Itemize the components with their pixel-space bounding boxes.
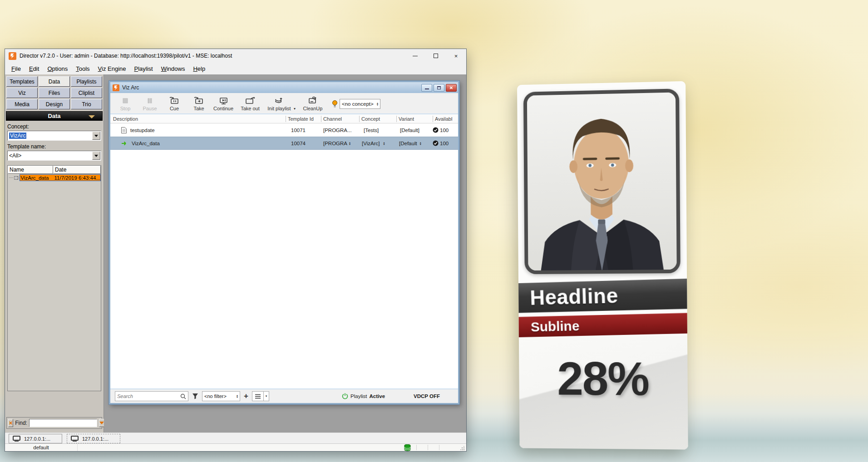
close-button[interactable]: × <box>446 49 466 63</box>
filter-dropdown[interactable]: <no filter> ▴▾ <box>202 391 240 401</box>
find-close-button[interactable]: ✕ <box>8 419 13 427</box>
continue-button[interactable]: Continue <box>211 94 236 113</box>
concept-dropdown-button[interactable] <box>92 132 100 140</box>
take-out-icon <box>245 97 255 105</box>
tab-cliplist[interactable]: Cliplist <box>71 88 102 98</box>
cue-button[interactable]: Cue <box>162 94 187 113</box>
row-available: 100 <box>440 128 449 133</box>
lower-third-bars: Headline Subline <box>517 279 688 337</box>
resize-grip-icon[interactable] <box>460 446 465 451</box>
minimize-icon <box>413 56 418 56</box>
percentage-area: 28% <box>519 335 688 450</box>
database-icon[interactable] <box>404 444 411 451</box>
profile-name[interactable]: default <box>5 444 78 451</box>
minimize-icon <box>425 88 429 89</box>
vizarc-title-bar[interactable]: Viz Arc ✕ <box>110 82 458 93</box>
find-input[interactable] <box>29 419 97 427</box>
viz-logo-icon <box>113 84 119 91</box>
menu-windows[interactable]: Windows <box>158 64 189 74</box>
template-dropdown-button[interactable] <box>92 152 100 160</box>
playlist-empty-area <box>110 150 458 388</box>
take-icon <box>194 97 204 105</box>
menu-viz-engine[interactable]: Viz Engine <box>94 64 130 74</box>
tab-data[interactable]: Data <box>39 76 70 87</box>
column-description[interactable]: Description <box>110 116 286 122</box>
column-channel[interactable]: Channel <box>321 116 359 122</box>
row-description: testupdate <box>130 128 155 133</box>
tab-trio[interactable]: Trio <box>71 99 102 109</box>
list-item[interactable]: VizArc_data 11/7/2019 6:43:44... <box>8 174 101 181</box>
subline-bar: Subline <box>517 313 688 337</box>
column-variant[interactable]: Variant <box>396 116 433 122</box>
stop-icon <box>121 97 129 105</box>
cleanup-icon <box>308 97 318 105</box>
engine-button-2[interactable]: 127.0.0.1:... <box>67 434 120 443</box>
title-bar[interactable]: Director v7.2.0 - User: admin - Database… <box>5 49 466 63</box>
column-concept[interactable]: Concept <box>359 116 396 122</box>
playlist-state[interactable]: Playlist Active <box>342 393 385 399</box>
data-section-header[interactable]: Data <box>6 111 103 121</box>
concept-spinner[interactable]: ▴▾ <box>383 142 385 145</box>
add-filter-button[interactable]: + <box>244 392 248 401</box>
monitor-icon <box>71 436 79 442</box>
menu-tools[interactable]: Tools <box>72 64 93 74</box>
menu-help[interactable]: Help <box>189 64 209 74</box>
template-name-label: Template name: <box>7 143 101 150</box>
init-playlist-dropdown[interactable]: ▾ <box>294 107 298 111</box>
search-box[interactable] <box>115 391 188 401</box>
channel-spinner[interactable]: ▴▾ <box>349 142 350 145</box>
tab-templates[interactable]: Templates <box>6 76 38 87</box>
continue-icon <box>218 97 228 105</box>
column-header-name[interactable]: Name <box>8 166 53 174</box>
stop-button[interactable]: Stop <box>113 94 138 113</box>
filter-funnel-icon[interactable] <box>192 393 198 399</box>
mdi-area: Viz Arc ✕ Stop Pause <box>104 74 466 433</box>
variant-spinner[interactable]: ▴▾ <box>420 142 421 145</box>
maximize-button[interactable] <box>425 49 446 63</box>
tab-files[interactable]: Files <box>39 88 70 98</box>
menu-edit[interactable]: Edit <box>25 64 43 74</box>
available-check-icon <box>433 127 439 133</box>
playlist-row-testupdate[interactable]: testupdate 10071 [PROGRA... [Tests] [Def… <box>110 123 458 137</box>
init-playlist-button[interactable]: Init playlist <box>265 94 294 113</box>
power-icon <box>342 393 348 399</box>
tab-media[interactable]: Media <box>6 99 38 109</box>
list-view-icon <box>255 394 261 399</box>
column-template-id[interactable]: Template Id <box>286 116 321 122</box>
close-icon: × <box>454 53 458 59</box>
take-out-button[interactable]: Take out <box>236 94 265 113</box>
menu-bar: File Edit Options Tools Viz Engine Playl… <box>5 63 466 74</box>
view-mode-button[interactable] <box>252 391 264 401</box>
template-name-combobox[interactable]: <All> <box>7 151 101 161</box>
search-input[interactable] <box>117 393 180 399</box>
column-available[interactable]: Availabl <box>433 116 458 122</box>
concept-combobox[interactable]: VizArc <box>7 131 101 141</box>
playlist-row-vizarc-data[interactable]: VizArc_data 10074 [PROGRA ▴▾ [VizArc] ▴▾… <box>110 137 458 150</box>
menu-file[interactable]: File <box>8 64 25 74</box>
vdcp-status[interactable]: VDCP OFF <box>414 393 440 399</box>
column-header-date[interactable]: Date <box>53 166 101 174</box>
vizarc-restore-button[interactable] <box>434 84 444 92</box>
row-concept: [Tests] <box>359 128 396 133</box>
list-item-date: 11/7/2019 6:43:44... <box>54 175 100 181</box>
minimize-button[interactable] <box>405 49 425 63</box>
concept-filter-dropdown[interactable]: <no concept> ▴▾ <box>340 99 380 109</box>
vizarc-close-button[interactable]: ✕ <box>446 84 457 92</box>
row-channel: [PROGRA <box>323 141 347 146</box>
tab-viz[interactable]: Viz <box>6 88 38 98</box>
engine-bar: 127.0.0.1:... 127.0.0.1:... <box>5 433 466 444</box>
view-mode-dropdown[interactable]: ▾ <box>264 391 269 401</box>
close-icon: ✕ <box>449 85 453 90</box>
restore-icon <box>437 86 441 89</box>
onair-graphic-card: Headline Subline 28% <box>517 81 688 450</box>
tab-design[interactable]: Design <box>39 99 70 109</box>
pause-button[interactable]: Pause <box>138 94 162 113</box>
cleanup-button[interactable]: CleanUp <box>298 94 327 113</box>
tab-playlists[interactable]: Playlists <box>71 76 102 87</box>
take-button[interactable]: Take <box>187 94 211 113</box>
menu-options[interactable]: Options <box>44 64 71 74</box>
menu-playlist[interactable]: Playlist <box>130 64 156 74</box>
vizarc-minimize-button[interactable] <box>421 84 432 92</box>
monitor-icon <box>13 436 20 442</box>
engine-button-1[interactable]: 127.0.0.1:... <box>9 434 62 443</box>
